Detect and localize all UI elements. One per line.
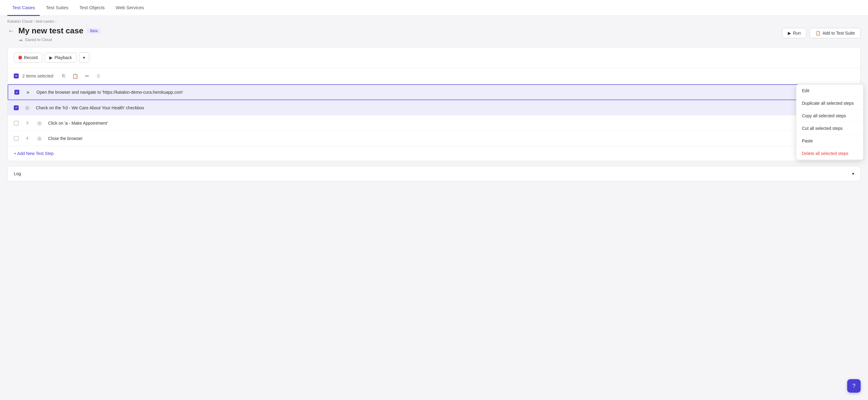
- table-row: ◎ Check on the 'h3 - We Care About Your …: [8, 100, 860, 115]
- test-card: Record ▶ Playback ▾ 2 items selected ⎘ 📋…: [7, 47, 861, 161]
- breadcrumb-sep-2: /: [55, 19, 57, 24]
- tab-web-services[interactable]: Web Services: [111, 0, 149, 16]
- context-menu-copy[interactable]: Copy all selected steps: [796, 110, 863, 122]
- main-content: Record ▶ Playback ▾ 2 items selected ⎘ 📋…: [0, 47, 868, 189]
- top-nav: Test Cases Test Suites Test Objects Web …: [0, 0, 868, 16]
- step-3-checkbox[interactable]: [14, 121, 19, 125]
- step-4-text: Close the browser: [48, 136, 854, 141]
- log-header[interactable]: Log ▾: [8, 166, 860, 181]
- beta-badge: Beta: [87, 28, 101, 34]
- add-suite-icon: 📋: [815, 31, 820, 35]
- page-header-left: ← My new test case Beta ☁ Saved to Cloud: [7, 26, 101, 42]
- record-dot-icon: [18, 56, 22, 59]
- table-row: 4 ◎ Close the browser: [8, 131, 860, 146]
- breadcrumb-item-cloud[interactable]: Katalon Cloud: [7, 19, 32, 24]
- playback-label: Playback: [55, 55, 72, 60]
- log-title: Log: [14, 171, 21, 176]
- test-toolbar: Record ▶ Playback ▾: [8, 48, 860, 68]
- context-menu: Edit Duplicate all selected steps Copy a…: [796, 84, 863, 160]
- step-4-checkbox[interactable]: [14, 136, 19, 141]
- back-button[interactable]: ←: [7, 27, 15, 35]
- run-label: Run: [793, 31, 801, 35]
- breadcrumb: Katalon Cloud / test-cases /: [0, 16, 868, 24]
- run-button[interactable]: ▶ Run: [782, 28, 807, 38]
- tab-test-suites[interactable]: Test Suites: [41, 0, 73, 16]
- table-row: ➤ Open the browser and navigate to 'http…: [8, 84, 860, 100]
- step-4-interact-icon: ◎: [36, 135, 43, 142]
- select-all-checkbox[interactable]: [14, 74, 19, 78]
- log-chevron-icon: ▾: [852, 171, 854, 176]
- breadcrumb-sep-1: /: [34, 19, 35, 24]
- copy-icon[interactable]: ⎘: [59, 72, 68, 80]
- step-2-text: Check on the 'h3 - We Care About Your He…: [36, 105, 854, 110]
- log-section: Log ▾: [7, 166, 861, 181]
- tab-test-cases[interactable]: Test Cases: [7, 0, 40, 16]
- cut-icon[interactable]: ✂: [83, 72, 91, 80]
- context-menu-delete[interactable]: Delete all selected steps: [796, 147, 863, 160]
- record-button[interactable]: Record: [14, 53, 42, 62]
- page-title-row: ← My new test case Beta: [7, 26, 101, 35]
- breadcrumb-item-cases[interactable]: test-cases: [36, 19, 54, 24]
- step-3-num: 3: [24, 121, 31, 125]
- page-title: My new test case: [18, 26, 83, 35]
- step-3-interact-icon: ◎: [36, 119, 43, 127]
- step-2-checkbox[interactable]: [14, 105, 19, 110]
- dropdown-button[interactable]: ▾: [79, 52, 89, 63]
- step-1-text: Open the browser and navigate to 'https:…: [36, 90, 854, 95]
- step-1-checkbox[interactable]: [14, 90, 19, 95]
- step-4-num: 4: [24, 136, 31, 141]
- record-label: Record: [24, 55, 38, 60]
- header-actions: ▶ Run 📋 Add to Test Suite: [782, 28, 861, 38]
- tab-test-objects[interactable]: Test Objects: [75, 0, 110, 16]
- saved-status-text: Saved to Cloud: [25, 37, 52, 42]
- chevron-down-icon: ▾: [83, 55, 85, 60]
- context-menu-paste[interactable]: Paste: [796, 135, 863, 147]
- context-menu-duplicate[interactable]: Duplicate all selected steps: [796, 97, 863, 110]
- selection-count: 2 items selected: [22, 74, 53, 78]
- step-1-navigate-icon: ➤: [24, 88, 32, 96]
- playback-button[interactable]: ▶ Playback: [45, 53, 76, 62]
- cloud-icon: ☁: [18, 37, 23, 42]
- step-3-text: Click on 'a - Make Appointment': [48, 121, 854, 125]
- add-step-label: + Add New Test Step: [14, 151, 54, 156]
- run-play-icon: ▶: [788, 31, 791, 35]
- add-suite-label: Add to Test Suite: [823, 31, 855, 35]
- playback-play-icon: ▶: [49, 55, 53, 60]
- page-header: ← My new test case Beta ☁ Saved to Cloud…: [0, 24, 868, 47]
- context-menu-edit[interactable]: Edit: [796, 85, 863, 97]
- add-step-row[interactable]: + Add New Test Step: [8, 146, 860, 161]
- context-menu-cut[interactable]: Cut all selected steps: [796, 122, 863, 135]
- add-to-suite-button[interactable]: 📋 Add to Test Suite: [810, 28, 861, 38]
- table-row: 3 ◎ Click on 'a - Make Appointment': [8, 115, 860, 131]
- paste-icon[interactable]: 📋: [71, 72, 80, 80]
- delete-icon[interactable]: 🗑: [94, 72, 103, 80]
- selection-bar: 2 items selected ⎘ 📋 ✂ 🗑: [8, 68, 860, 84]
- step-2-interact-icon: ◎: [24, 104, 31, 112]
- saved-status: ☁ Saved to Cloud: [18, 37, 101, 42]
- action-icons: ⎘ 📋 ✂ 🗑: [59, 72, 103, 80]
